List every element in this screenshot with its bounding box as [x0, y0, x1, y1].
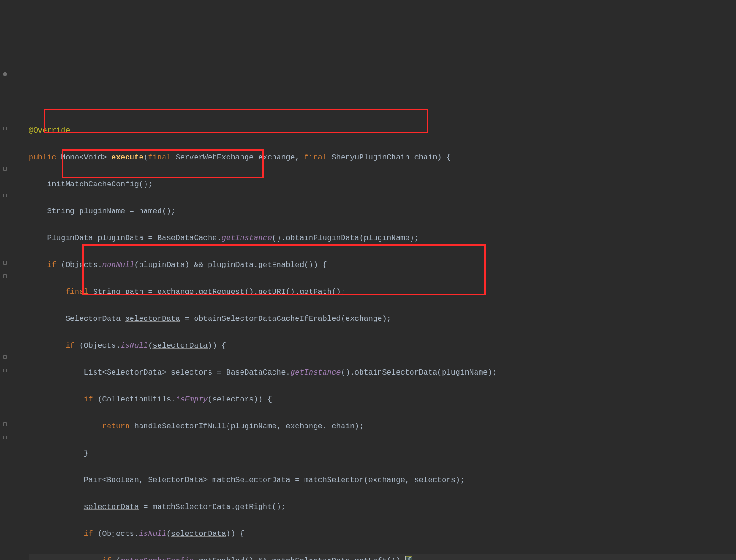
fold-icon[interactable] [2, 434, 8, 441]
code-line: if (CollectionUtils.isEmpty(selectors)) … [29, 393, 736, 406]
code-line: return handleSelectorIfNull(pluginName, … [29, 420, 736, 433]
fold-icon[interactable] [2, 421, 8, 427]
fold-icon[interactable] [2, 125, 8, 132]
editor-gutter [0, 54, 13, 560]
fold-icon[interactable] [2, 367, 8, 374]
override-gutter-icon [2, 71, 8, 77]
code-line: if (Objects.isNull(selectorData)) { [29, 527, 736, 541]
fold-icon[interactable] [2, 192, 8, 199]
code-area[interactable]: @Override public Mono<Void> execute(fina… [13, 110, 736, 560]
fold-icon[interactable] [2, 273, 8, 280]
matched-brace: { [406, 556, 412, 560]
code-line-current: if (matchCacheConfig.getEnabled() && mat… [29, 554, 736, 560]
code-line: initMatchCacheConfig(); [29, 178, 736, 191]
code-line: selectorData = matchSelectorData.getRigh… [29, 500, 736, 514]
code-line: } [29, 446, 736, 460]
code-line: if (Objects.isNull(selectorData)) { [29, 339, 736, 352]
code-line: SelectorData selectorData = obtainSelect… [29, 312, 736, 325]
code-line: final String path = exchange.getRequest(… [29, 285, 736, 299]
svg-point-0 [3, 72, 7, 76]
fold-icon[interactable] [2, 260, 8, 266]
code-line: String pluginName = named(); [29, 204, 736, 218]
code-line: @Override [29, 124, 736, 137]
method-name: execute [111, 153, 143, 162]
code-editor[interactable]: @Override public Mono<Void> execute(fina… [0, 54, 736, 560]
fold-icon[interactable] [2, 165, 8, 172]
code-line: Pair<Boolean, SelectorData> matchSelecto… [29, 473, 736, 487]
fold-icon[interactable] [2, 354, 8, 360]
code-line: public Mono<Void> execute(final ServerWe… [29, 151, 736, 164]
annotation: @Override [29, 126, 70, 135]
code-line: if (Objects.nonNull(pluginData) && plugi… [29, 258, 736, 272]
code-line: List<SelectorData> selectors = BaseDataC… [29, 366, 736, 379]
code-line: PluginData pluginData = BaseDataCache.ge… [29, 231, 736, 245]
